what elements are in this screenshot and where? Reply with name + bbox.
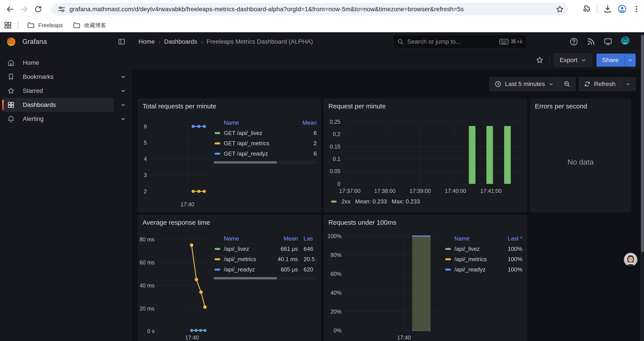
legend-series-name[interactable]: GET /api/_livez bbox=[224, 130, 290, 137]
assistant-avatar[interactable] bbox=[624, 253, 638, 266]
panel-title[interactable]: Errors per second bbox=[535, 103, 587, 110]
legend-row[interactable]: /api/_readyz 100% bbox=[444, 264, 522, 275]
topbar-brand-section: Grafana bbox=[0, 32, 132, 51]
legend-row[interactable]: /api/_metrics 40.1 ms 20.5 r bbox=[213, 254, 317, 264]
legend-header-row: Name Last * bbox=[444, 234, 522, 244]
legend-header-last[interactable]: Las bbox=[298, 235, 317, 242]
legend-header-mean[interactable]: Mean bbox=[267, 235, 298, 242]
legend-row[interactable]: GET /api/_metrics 2 bbox=[213, 138, 317, 149]
site-settings-icon[interactable] bbox=[57, 5, 66, 14]
legend-series-name[interactable]: 2xx bbox=[342, 198, 350, 205]
chevron-down-icon[interactable] bbox=[120, 74, 126, 80]
search-input[interactable]: Search or jump to... ⌘+k bbox=[393, 35, 527, 49]
refresh-interval-button[interactable] bbox=[620, 77, 636, 91]
legend-header-last[interactable]: Last * bbox=[496, 235, 522, 242]
url-text[interactable]: grafana.mathmast.com/d/deytv4rwavabkb/fr… bbox=[70, 6, 464, 13]
mega-menu-toggle[interactable] bbox=[117, 37, 126, 47]
chevron-down-icon[interactable] bbox=[120, 116, 126, 122]
legend-scrollbar[interactable] bbox=[213, 276, 317, 280]
legend-header-name[interactable]: Name bbox=[224, 119, 290, 126]
legend-series-name[interactable]: GET /api/_readyz bbox=[224, 150, 290, 157]
apps-grid-icon[interactable] bbox=[4, 21, 12, 30]
series-swatch bbox=[214, 153, 220, 155]
legend-row[interactable]: GET /api/_livez 6 bbox=[213, 128, 317, 138]
scrollbar-thumb[interactable] bbox=[214, 277, 277, 279]
legend-series-name[interactable]: /api/_livez bbox=[224, 245, 267, 252]
dashboard-canvas: Total requests per minute 6543217:40 Nam… bbox=[132, 99, 644, 341]
x-axis-tick: 17:40 bbox=[172, 201, 203, 208]
bookmark-star-button[interactable] bbox=[556, 5, 564, 14]
favorite-dashboard-button[interactable] bbox=[534, 55, 545, 65]
zoom-out-time-button[interactable] bbox=[558, 77, 576, 91]
share-menu-button[interactable] bbox=[624, 54, 636, 67]
x-axis-tick: 17:37:00 bbox=[334, 187, 365, 194]
scrollbar-thumb[interactable] bbox=[641, 35, 644, 252]
legend-series-name[interactable]: /api/_metrics bbox=[224, 256, 267, 263]
series-swatch bbox=[214, 258, 220, 260]
legend-series-name[interactable]: /api/_metrics bbox=[454, 256, 496, 263]
legend-scrollbar[interactable] bbox=[213, 161, 317, 164]
x-axis-tick: 17:40:00 bbox=[440, 187, 471, 194]
bookmark-folder-favorites[interactable]: 收藏博客 bbox=[70, 20, 109, 31]
profile-icon[interactable] bbox=[618, 5, 626, 14]
sidebar-item-bookmarks[interactable]: Bookmarks bbox=[0, 70, 131, 84]
legend-last-value: 20.5 r bbox=[298, 256, 317, 263]
chevron-down-icon bbox=[548, 81, 554, 87]
bookmarks-bar: Freeleaps 收藏博客 bbox=[0, 18, 644, 32]
menu-kebab-icon[interactable] bbox=[632, 5, 641, 14]
user-avatar[interactable] bbox=[621, 36, 632, 47]
forward-button[interactable] bbox=[17, 2, 31, 16]
panel-total-requests-per-minute: Total requests per minute 6543217:40 Nam… bbox=[138, 99, 321, 212]
brand-name[interactable]: Grafana bbox=[22, 38, 47, 46]
time-range-label: Last 5 minutes bbox=[505, 81, 545, 88]
legend-row[interactable]: GET /api/_readyz 6 bbox=[213, 149, 317, 159]
search-placeholder: Search or jump to... bbox=[407, 38, 499, 45]
downloads-icon[interactable] bbox=[603, 5, 612, 14]
browser-actions bbox=[582, 2, 641, 16]
extensions-icon[interactable] bbox=[582, 5, 591, 14]
grafana-topbar: Grafana Home › Dashboards › Freeleaps Me… bbox=[0, 32, 644, 51]
scrollbar-thumb[interactable] bbox=[214, 161, 277, 163]
legend-series-name[interactable]: /api/_livez bbox=[454, 245, 496, 252]
chevron-down-icon[interactable] bbox=[120, 88, 126, 94]
legend-header-mean[interactable]: Mean bbox=[290, 119, 317, 126]
share-split-button: Share bbox=[596, 54, 636, 67]
bookmark-folder-freeleaps[interactable]: Freeleaps bbox=[24, 20, 66, 31]
chart-plot: 0.250.20.150.10.05017:37:0017:38:0017:39… bbox=[324, 99, 527, 212]
breadcrumb-dashboards[interactable]: Dashboards bbox=[164, 38, 197, 45]
avatar-image bbox=[621, 36, 630, 45]
window-scrollbar[interactable] bbox=[640, 32, 644, 341]
legend-series-name[interactable]: GET /api/_metrics bbox=[224, 140, 290, 147]
legend-row[interactable]: /api/_metrics 100% bbox=[444, 254, 522, 264]
assistant-avatar-image bbox=[624, 253, 638, 266]
reload-button[interactable] bbox=[31, 2, 45, 16]
address-bar[interactable]: grafana.mathmast.com/d/deytv4rwavabkb/fr… bbox=[52, 3, 568, 15]
sidebar-item-home[interactable]: Home bbox=[0, 56, 131, 70]
legend-row[interactable]: /api/_livez 100% bbox=[444, 244, 522, 254]
sidebar-item-alerting[interactable]: Alerting bbox=[0, 112, 131, 126]
legend-series-name[interactable]: /api/_readyz bbox=[454, 266, 496, 273]
legend-row[interactable]: /api/_readyz 605 µs 620 bbox=[213, 264, 317, 275]
legend-header-name[interactable]: Name bbox=[224, 235, 267, 242]
legend-header-name[interactable]: Name bbox=[454, 235, 496, 242]
news-rss-icon[interactable] bbox=[586, 37, 595, 46]
zoom-out-icon bbox=[564, 81, 570, 88]
breadcrumb-home[interactable]: Home bbox=[138, 38, 155, 45]
export-button[interactable]: Export bbox=[554, 54, 592, 67]
sidebar-item-dashboards[interactable]: Dashboards bbox=[0, 98, 131, 112]
help-icon[interactable] bbox=[570, 37, 578, 46]
y-axis-tick: 0.2 bbox=[324, 131, 340, 138]
back-button[interactable] bbox=[3, 2, 17, 16]
topbar-main: Home › Dashboards › Freeleaps Metrics Da… bbox=[132, 32, 644, 51]
legend-series-name[interactable]: /api/_readyz bbox=[224, 266, 267, 273]
sidebar-item-starred[interactable]: Starred bbox=[0, 84, 131, 98]
kiosk-monitor-icon[interactable] bbox=[604, 37, 612, 46]
refresh-button[interactable]: Refresh bbox=[579, 77, 620, 91]
legend-row[interactable]: /api/_livez 661 µs 646 bbox=[213, 244, 317, 254]
time-range-picker[interactable]: Last 5 minutes bbox=[490, 77, 558, 91]
chevron-down-icon[interactable] bbox=[120, 102, 126, 108]
breadcrumb-separator: › bbox=[158, 38, 161, 46]
share-button[interactable]: Share bbox=[596, 54, 624, 67]
grafana-logo[interactable] bbox=[6, 37, 16, 47]
panel-request-per-minute: Request per minute 0.250.20.150.10.05017… bbox=[324, 99, 527, 212]
